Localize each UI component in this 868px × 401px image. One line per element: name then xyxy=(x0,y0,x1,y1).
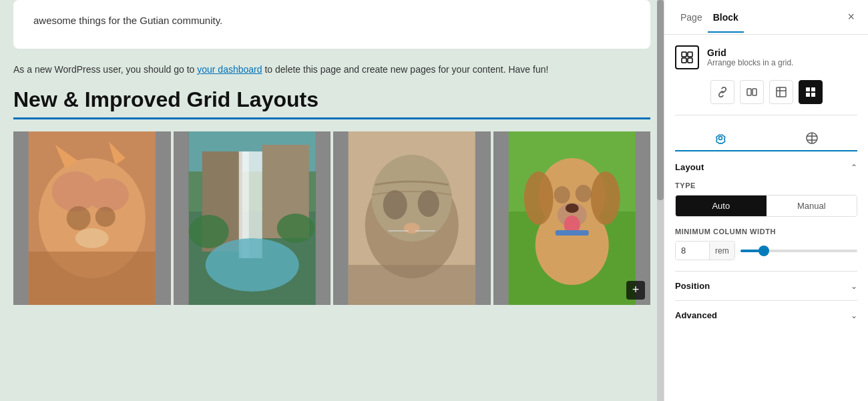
sidebar: Page Block × Grid Arrange blocks in a gr… xyxy=(664,0,868,401)
advanced-section-title: Advanced xyxy=(675,310,717,320)
slider-thumb[interactable] xyxy=(758,246,769,256)
sidebar-content: Grid Arrange blocks in a grid. xyxy=(664,35,868,401)
svg-point-17 xyxy=(205,238,298,292)
slider-track xyxy=(740,250,857,252)
intro-card: awesome things for the Gutian community. xyxy=(13,0,650,49)
svg-point-25 xyxy=(418,190,439,217)
image-cell-2[interactable] xyxy=(174,131,331,305)
svg-rect-44 xyxy=(682,58,686,63)
col-width-row: rem xyxy=(675,241,857,260)
view-tab-settings[interactable] xyxy=(675,126,767,151)
dashboard-link[interactable]: your dashboard xyxy=(197,64,262,75)
section-heading: New & Improved Grid Layouts xyxy=(13,87,650,119)
svg-rect-46 xyxy=(747,89,751,95)
position-chevron-icon: ⌄ xyxy=(851,282,857,291)
block-meta: Grid Arrange blocks in a grid. xyxy=(707,47,793,67)
min-col-width-label: MINIMUM COLUMN WIDTH xyxy=(675,228,857,236)
view-tabs xyxy=(675,126,857,151)
image-grid: + xyxy=(13,131,650,305)
position-section-header[interactable]: Position ⌄ xyxy=(675,281,857,291)
tab-page[interactable]: Page xyxy=(675,3,708,32)
advanced-section-header[interactable]: Advanced ⌄ xyxy=(675,310,857,320)
svg-point-24 xyxy=(383,190,407,220)
svg-point-26 xyxy=(404,223,420,234)
slider-container xyxy=(740,250,857,252)
sidebar-tabs: Page Block × xyxy=(664,0,868,35)
type-toggle: Auto Manual xyxy=(675,195,857,217)
svg-rect-28 xyxy=(415,230,435,232)
content-area: awesome things for the Gutian community.… xyxy=(0,0,664,401)
advanced-section: Advanced ⌄ xyxy=(675,300,857,330)
styles-icon xyxy=(805,131,819,145)
close-button[interactable]: × xyxy=(845,7,857,27)
transform-columns-icon[interactable] xyxy=(740,80,764,104)
advanced-chevron-icon: ⌄ xyxy=(851,311,857,320)
svg-rect-7 xyxy=(29,252,156,305)
tab-block[interactable]: Block xyxy=(708,3,744,32)
svg-rect-50 xyxy=(811,87,815,91)
transform-resize-icon[interactable] xyxy=(769,80,793,104)
image-cell-1[interactable] xyxy=(13,131,171,305)
body-paragraph: As a new WordPress user, you should go t… xyxy=(13,62,650,77)
scrollbar-thumb[interactable] xyxy=(657,0,664,200)
position-section: Position ⌄ xyxy=(675,271,857,300)
type-auto-button[interactable]: Auto xyxy=(676,195,767,216)
view-tab-styles[interactable] xyxy=(767,126,858,151)
svg-rect-42 xyxy=(682,52,686,57)
transform-link-icon[interactable] xyxy=(710,80,734,104)
svg-rect-45 xyxy=(688,58,692,63)
svg-rect-41 xyxy=(555,230,588,236)
col-width-unit: rem xyxy=(709,242,734,260)
block-name: Grid xyxy=(707,47,793,58)
image-cell-4[interactable]: + xyxy=(493,131,651,305)
svg-point-3 xyxy=(89,178,129,212)
svg-rect-47 xyxy=(752,89,756,95)
layout-chevron-icon: ⌃ xyxy=(851,163,857,172)
settings-icon xyxy=(714,131,727,145)
intro-text: awesome things for the Gutian community. xyxy=(33,15,222,26)
block-description: Arrange blocks in a grid. xyxy=(707,58,793,67)
svg-point-36 xyxy=(554,186,570,204)
grid-block-icon xyxy=(680,51,694,64)
svg-point-19 xyxy=(276,214,314,243)
block-info: Grid Arrange blocks in a grid. xyxy=(675,45,857,69)
svg-point-6 xyxy=(75,228,109,248)
scrollbar[interactable] xyxy=(657,0,664,401)
svg-point-5 xyxy=(95,207,116,227)
position-section-title: Position xyxy=(675,281,710,291)
svg-rect-48 xyxy=(777,87,786,97)
svg-rect-29 xyxy=(349,265,475,305)
body-text-1: As a new WordPress user, you should go t… xyxy=(13,64,194,75)
transform-grid-icon[interactable] xyxy=(799,80,823,104)
layout-section-header[interactable]: Layout ⌃ xyxy=(675,162,857,172)
body-text-2: to delete this page and create new pages… xyxy=(264,64,548,75)
add-block-button[interactable]: + xyxy=(626,281,645,300)
svg-rect-52 xyxy=(811,93,815,97)
col-width-input-group: rem xyxy=(675,241,735,260)
svg-point-37 xyxy=(575,185,591,202)
svg-point-35 xyxy=(590,171,620,225)
layout-section-title: Layout xyxy=(675,162,704,172)
type-manual-button[interactable]: Manual xyxy=(767,195,857,216)
svg-rect-43 xyxy=(688,52,692,57)
svg-point-34 xyxy=(523,171,553,225)
svg-rect-27 xyxy=(389,230,409,232)
svg-point-18 xyxy=(188,215,228,248)
svg-rect-49 xyxy=(806,87,810,91)
block-icon-container xyxy=(675,45,699,69)
svg-rect-51 xyxy=(806,93,810,97)
layout-section: Layout ⌃ TYPE Auto Manual MINIMUM COLUMN… xyxy=(675,162,857,260)
image-cell-3[interactable] xyxy=(333,131,491,305)
svg-point-39 xyxy=(565,204,578,213)
col-width-input[interactable] xyxy=(676,242,709,260)
min-column-width-section: MINIMUM COLUMN WIDTH rem xyxy=(675,228,857,260)
svg-point-4 xyxy=(67,206,91,230)
transform-icons-row xyxy=(675,80,857,115)
type-field-label: TYPE xyxy=(675,181,857,189)
